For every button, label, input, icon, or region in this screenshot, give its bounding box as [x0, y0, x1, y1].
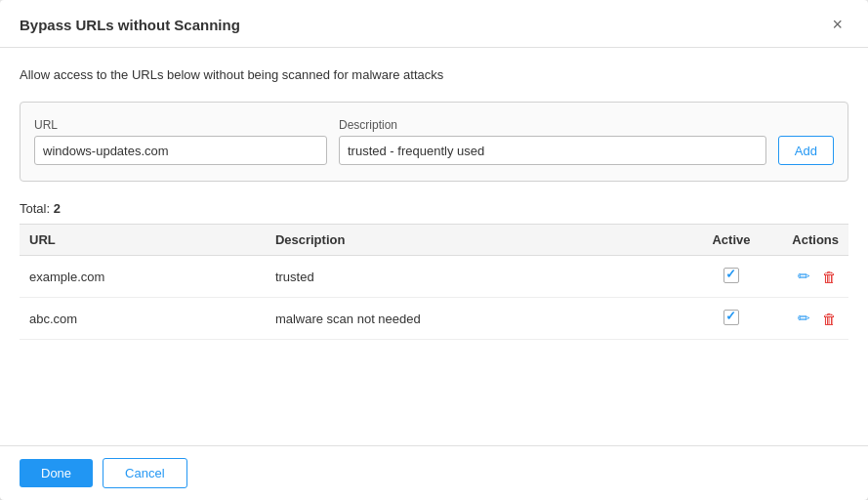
input-section: URL Description Add — [20, 102, 848, 182]
edit-icon: ✏ — [798, 268, 810, 285]
description-input[interactable] — [339, 136, 766, 165]
cell-url: abc.com — [20, 298, 266, 340]
cell-active — [692, 256, 770, 298]
input-group: URL Description — [34, 118, 766, 165]
dialog-body: Allow access to the URLs below without b… — [0, 48, 868, 445]
close-button[interactable]: × — [826, 14, 848, 35]
add-button[interactable]: Add — [778, 136, 834, 165]
bypass-urls-dialog: Bypass URLs without Scanning × Allow acc… — [0, 0, 868, 500]
cell-url: example.com — [20, 256, 266, 298]
cell-actions: ✏ 🗑 — [770, 298, 848, 340]
dialog-footer: Done Cancel — [0, 445, 868, 500]
delete-icon: 🗑 — [822, 311, 837, 327]
action-icons: ✏ 🗑 — [780, 308, 839, 329]
cell-actions: ✏ 🗑 — [770, 256, 848, 298]
table-row: abc.com malware scan not needed ✏ 🗑 — [20, 298, 848, 340]
table-header-row: URL Description Active Actions — [20, 225, 848, 256]
active-checkbox[interactable] — [723, 310, 739, 325]
url-field: URL — [34, 118, 327, 165]
total-label: Total: 2 — [20, 201, 848, 216]
delete-button[interactable]: 🗑 — [820, 267, 839, 287]
cell-active — [692, 298, 770, 340]
col-header-description: Description — [266, 225, 692, 256]
cell-description: malware scan not needed — [266, 298, 692, 340]
col-header-url: URL — [20, 225, 266, 256]
cell-description: trusted — [266, 256, 692, 298]
dialog-title: Bypass URLs without Scanning — [20, 17, 240, 33]
active-checkbox[interactable] — [723, 268, 739, 283]
action-icons: ✏ 🗑 — [780, 266, 839, 287]
total-prefix: Total: — [20, 201, 54, 216]
description-label: Description — [339, 118, 766, 132]
urls-table: URL Description Active Actions example.c… — [20, 224, 848, 340]
delete-button[interactable]: 🗑 — [820, 309, 839, 329]
url-label: URL — [34, 118, 327, 132]
edit-button[interactable]: ✏ — [796, 266, 812, 287]
col-header-active: Active — [692, 225, 770, 256]
dialog-description: Allow access to the URLs below without b… — [20, 67, 848, 82]
dialog-header: Bypass URLs without Scanning × — [0, 0, 868, 48]
edit-button[interactable]: ✏ — [796, 308, 812, 329]
edit-icon: ✏ — [798, 310, 810, 327]
done-button[interactable]: Done — [20, 459, 93, 487]
col-header-actions: Actions — [770, 225, 848, 256]
table-row: example.com trusted ✏ 🗑 — [20, 256, 848, 298]
delete-icon: 🗑 — [822, 269, 837, 285]
total-count: 2 — [54, 201, 61, 216]
cancel-button[interactable]: Cancel — [103, 458, 186, 488]
description-field: Description — [339, 118, 766, 165]
url-input[interactable] — [34, 136, 327, 165]
